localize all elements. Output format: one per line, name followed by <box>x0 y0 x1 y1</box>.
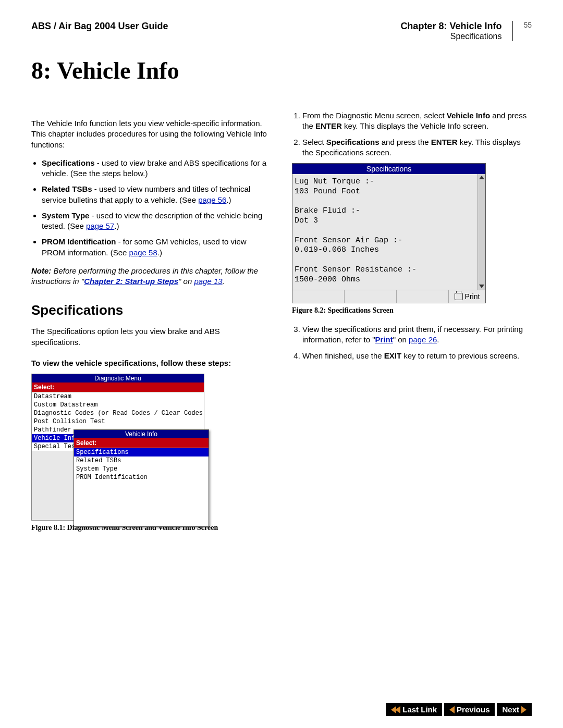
diagnostic-menu-title: Diagnostic Menu <box>32 374 204 382</box>
link-chapter-2[interactable]: Chapter 2: Start-up Steps <box>84 277 178 286</box>
submenu-select-bar: Select: <box>74 438 209 448</box>
vehicle-info-submenu: Vehicle Info Select: Specifications Rela… <box>74 429 209 527</box>
arrow-right-icon <box>521 706 527 713</box>
chapter-name: Chapter 8: Vehicle Info <box>400 21 501 32</box>
select-bar: Select: <box>32 382 204 392</box>
page-header: ABS / Air Bag 2004 User Guide Chapter 8:… <box>31 21 532 41</box>
step-4: When finished, use the EXIT key to retur… <box>302 351 532 361</box>
figure-8-2-caption: Figure 8.2: Specifications Screen <box>292 306 532 315</box>
spec-screen-title: Specifications <box>292 164 485 174</box>
chapter-title: 8: Vehicle Info <box>31 57 532 84</box>
chapter-header: Chapter 8: Vehicle Info Specifications <box>400 21 513 41</box>
menu-item-custom-datastream[interactable]: Custom Datastream <box>32 401 204 409</box>
printer-icon <box>455 293 463 300</box>
step-3: View the specifications and print them, … <box>302 324 532 346</box>
specifications-screen-figure: Specifications Lug Nut Torque :- 103 Pou… <box>292 163 486 303</box>
submenu-item-prom-identification[interactable]: PROM Identification <box>74 473 209 482</box>
step-1: From the Diagnostic Menu screen, select … <box>302 110 532 132</box>
submenu-item-specifications[interactable]: Specifications <box>74 448 209 456</box>
last-link-button[interactable]: Last Link <box>386 703 442 716</box>
spec-screen-footer: Print <box>292 290 485 303</box>
bullet-prom-identification: PROM Identification - for some GM vehicl… <box>42 237 271 258</box>
arrow-left-icon <box>449 706 455 713</box>
bullet-specifications: Specifications - used to view brake and … <box>42 158 271 179</box>
submenu-item-system-type[interactable]: System Type <box>74 465 209 473</box>
submenu-item-related-tsbs[interactable]: Related TSBs <box>74 456 209 465</box>
step-2: Select Specifications and press the ENTE… <box>302 137 532 158</box>
link-page-26[interactable]: page 26 <box>409 335 437 344</box>
print-button[interactable]: Print <box>449 290 485 303</box>
footer-cell <box>397 290 449 303</box>
bullet-system-type: System Type - used to view the descripti… <box>42 211 271 232</box>
left-column: The Vehicle Info function lets you view … <box>31 110 271 541</box>
link-page-57[interactable]: page 57 <box>86 221 114 230</box>
print-label: Print <box>465 292 480 301</box>
nav-bar: Last Link Previous Next <box>0 698 563 728</box>
menu-item-diagnostic-codes[interactable]: Diagnostic Codes (or Read Codes / Clear … <box>32 409 204 417</box>
link-page-56[interactable]: page 56 <box>198 195 226 204</box>
menu-item-datastream[interactable]: Datastream <box>32 392 204 401</box>
page-number: 55 <box>513 21 532 29</box>
footer-cell <box>345 290 397 303</box>
vehicle-info-list: Specifications Related TSBs System Type … <box>74 448 209 526</box>
footer-cell <box>292 290 345 303</box>
double-arrow-left-icon <box>395 706 400 713</box>
note-paragraph: Note: Before performing the procedures i… <box>31 266 271 287</box>
guide-title: ABS / Air Bag 2004 User Guide <box>31 21 400 32</box>
section-name: Specifications <box>400 32 501 41</box>
steps-lead-in: To view the vehicle specifications, foll… <box>31 358 271 368</box>
scrollbar[interactable] <box>478 174 485 290</box>
previous-button[interactable]: Previous <box>444 703 495 716</box>
function-bullet-list: Specifications - used to view brake and … <box>31 158 271 258</box>
link-print[interactable]: Print <box>375 335 393 344</box>
spec-screen-body: Lug Nut Torque :- 103 Pound Foot Brake F… <box>292 174 485 290</box>
bullet-related-tsbs: Related TSBs - used to view numbers and … <box>42 184 271 205</box>
link-page-13[interactable]: page 13 <box>194 277 222 286</box>
right-column: From the Diagnostic Menu screen, select … <box>292 110 532 541</box>
procedure-steps: From the Diagnostic Menu screen, select … <box>292 110 532 158</box>
link-page-58[interactable]: page 58 <box>129 248 157 257</box>
specifications-heading: Specifications <box>31 302 271 318</box>
next-button[interactable]: Next <box>497 703 532 716</box>
procedure-steps-cont: View the specifications and print them, … <box>292 324 532 361</box>
diagnostic-menu-figure: Diagnostic Menu Select: Datastream Custo… <box>31 374 204 521</box>
menu-item-post-collision[interactable]: Post Collision Test <box>32 417 204 426</box>
intro-paragraph: The Vehicle Info function lets you view … <box>31 118 271 150</box>
vehicle-info-title: Vehicle Info <box>74 430 209 438</box>
specifications-intro: The Specifications option lets you view … <box>31 326 271 348</box>
